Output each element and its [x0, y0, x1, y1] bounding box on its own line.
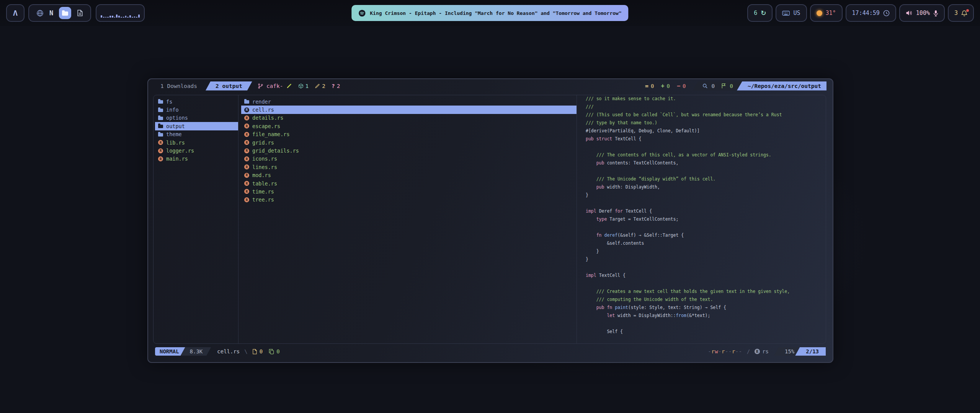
file-row[interactable]: Rfile_name.rs — [241, 130, 577, 138]
updates-widget[interactable]: 6 ↻ — [747, 4, 773, 22]
now-playing-title: King Crimson - Epitaph - Including "Marc… — [370, 10, 621, 16]
taskbar-apps: N — [28, 4, 91, 22]
bell-icon — [961, 10, 967, 16]
file-name: fs — [166, 99, 172, 105]
current-directory-pane: renderRcell.rsRdetails.rsRescape.rsRfile… — [241, 98, 577, 204]
current-path[interactable]: ~/Repos/eza/src/output — [737, 81, 826, 91]
media-player-widget[interactable]: King Crimson - Epitaph - Including "Marc… — [351, 5, 628, 21]
clock-widget[interactable]: 17:44:59 — [846, 4, 896, 22]
folder-icon — [244, 100, 249, 104]
file-name: options — [166, 115, 188, 121]
header-right: =0 +0 −0 0 0 ~/Repos/eza/src/output — [645, 81, 826, 91]
update-refresh-icon: ↻ — [761, 9, 766, 17]
file-row[interactable]: info — [155, 106, 238, 114]
launcher-button[interactable]: Λ — [6, 4, 24, 22]
code-line: /// type by that name too.) — [586, 120, 821, 128]
visualizer-bar — [138, 15, 140, 18]
perm-char: w — [715, 348, 718, 354]
file-name: theme — [166, 131, 182, 137]
code-line: fn deref(&self) → &Self::Target { — [586, 233, 821, 241]
file-name: details.rs — [252, 115, 283, 121]
file-row[interactable]: Rmain.rs — [155, 155, 238, 163]
rust-file-icon: R — [244, 189, 249, 194]
code-line — [586, 168, 821, 176]
file-row[interactable]: Rtime.rs — [241, 187, 577, 195]
visualizer-bar — [116, 15, 118, 18]
search-count: 0 — [711, 83, 715, 89]
file-name: main.rs — [166, 156, 188, 162]
rust-file-icon: R — [158, 156, 163, 161]
file-row[interactable]: Rmod.rs — [241, 171, 577, 179]
file-name: table.rs — [252, 180, 277, 187]
document-app-icon[interactable] — [77, 10, 83, 16]
file-name: logger.rs — [166, 148, 194, 154]
file-row[interactable]: Ricons.rs — [241, 155, 577, 163]
file-row[interactable]: Rlines.rs — [241, 163, 577, 171]
code-line: pub width: DisplayWidth, — [586, 184, 821, 192]
status-right: -rw-r--r-- / R rs 15% 2/13 — [708, 347, 826, 356]
file-row[interactable]: Rcell.rs — [241, 106, 577, 114]
tasks-count: 0 — [252, 348, 263, 354]
tab-downloads[interactable]: 1 Downloads — [156, 83, 202, 89]
code-line: } — [586, 192, 821, 200]
file-row[interactable]: render — [241, 98, 577, 106]
launcher-icon: Λ — [13, 8, 18, 18]
tasks-file-icon — [252, 349, 257, 354]
pane-separator — [238, 95, 238, 343]
pencil-emoji-icon — [286, 83, 292, 89]
visualizer-bar — [132, 17, 133, 18]
file-row[interactable]: Rdetails.rs — [241, 114, 577, 122]
file-name: time.rs — [252, 189, 274, 195]
notes-app-icon[interactable]: N — [49, 9, 53, 17]
visualizer-bar — [123, 17, 124, 18]
visualizer-bar — [103, 17, 105, 18]
code-line: /// Creates a new text cell that holds t… — [586, 289, 821, 297]
file-permissions: -rw-r--r-- — [708, 348, 742, 354]
file-name: info — [166, 107, 179, 113]
rust-file-icon: R — [244, 197, 249, 202]
audio-widget[interactable]: 100% — [899, 4, 945, 22]
rust-file-icon: R — [244, 164, 249, 169]
file-row[interactable]: Rgrid_details.rs — [241, 146, 577, 154]
file-row[interactable]: theme — [155, 130, 238, 138]
search-flag-segment: 0 0 — [693, 81, 744, 91]
visualizer-bar — [105, 17, 107, 18]
file-row[interactable]: Rgrid.rs — [241, 138, 577, 146]
file-row[interactable]: Rtable.rs — [241, 179, 577, 187]
code-line: Self { — [586, 329, 821, 337]
browser-icon[interactable] — [36, 10, 44, 17]
file-row[interactable]: options — [155, 114, 238, 122]
code-line: impl Deref for TextCell { — [586, 208, 821, 216]
speaker-icon — [906, 10, 913, 16]
yanked-count: 0 — [269, 348, 279, 354]
file-row[interactable]: Rlib.rs — [155, 138, 238, 146]
status-separator: \ — [244, 348, 247, 354]
git-status-group: cafk- 1 2 ? 2 — [258, 83, 340, 89]
visualizer-bar — [121, 17, 122, 18]
perm-char: - — [718, 348, 722, 354]
notifications-widget[interactable]: 3 — [948, 4, 974, 22]
keyboard-layout-widget[interactable]: US — [776, 4, 807, 22]
notification-dot — [966, 9, 969, 12]
perm-char: -- — [735, 348, 742, 354]
file-row[interactable]: fs — [155, 98, 238, 106]
file-row[interactable]: output — [155, 122, 238, 130]
file-row[interactable]: Rlogger.rs — [155, 146, 238, 154]
code-line: #[derive(PartialEq, Debug, Clone, Defaul… — [586, 128, 821, 136]
weather-widget[interactable]: 31° — [810, 4, 843, 22]
flag-icon — [721, 83, 726, 89]
file-manager-icon-active[interactable] — [59, 7, 71, 19]
search-icon — [702, 83, 708, 89]
file-row[interactable]: Rtree.rs — [241, 196, 577, 204]
rust-file-icon: R — [244, 156, 249, 161]
file-row[interactable]: Rescape.rs — [241, 122, 577, 130]
updates-count: 6 — [754, 10, 757, 16]
tab-output[interactable]: 2 output — [206, 81, 252, 91]
git-branch-icon — [258, 83, 263, 89]
perm-char: r — [722, 348, 725, 354]
code-line — [586, 144, 821, 152]
visualizer-bar — [118, 16, 120, 18]
folder-icon — [158, 125, 163, 128]
file-name: cell.rs — [252, 107, 274, 113]
pencil-icon — [315, 83, 320, 89]
